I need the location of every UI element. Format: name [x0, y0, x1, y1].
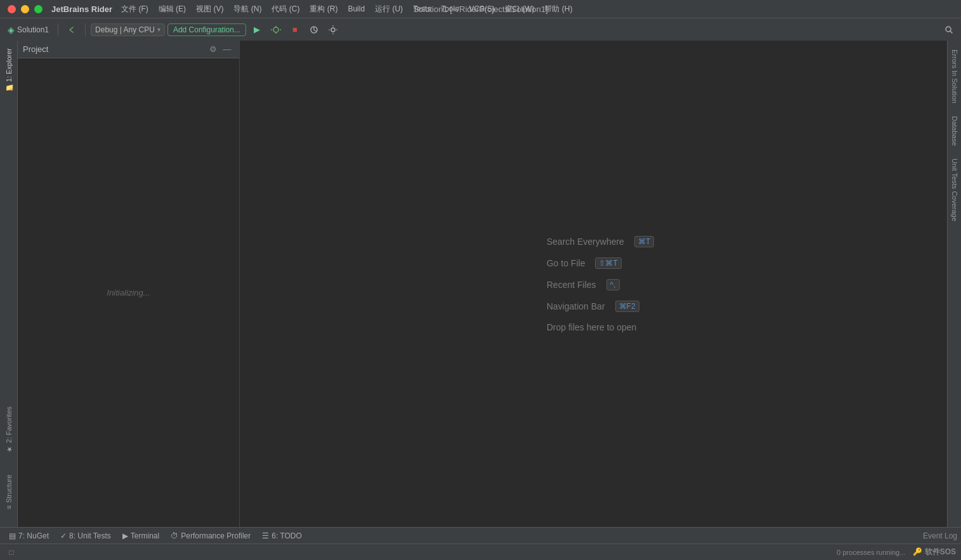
back-icon — [67, 25, 77, 35]
hint-goto-file: Go to File ⇧⌘T — [547, 257, 622, 269]
goto-file-label: Go to File — [547, 258, 585, 268]
navigation-bar-label: Navigation Bar — [547, 301, 605, 311]
star-icon: ★ — [4, 446, 13, 454]
project-settings-button[interactable]: ⚙ — [206, 42, 220, 56]
maximize-button[interactable] — [34, 5, 42, 13]
project-panel-header: Project ⚙ — — [18, 41, 239, 58]
debug-button[interactable] — [268, 22, 284, 38]
add-configuration-button[interactable]: Add Configuration... — [167, 23, 246, 36]
database-tab[interactable]: Database — [949, 110, 960, 152]
explorer-tab[interactable]: 📁 1: Explorer — [3, 41, 15, 103]
unit-tests-bottom-label: 8: Unit Tests — [69, 531, 111, 540]
performance-icon: ⏱ — [171, 531, 178, 540]
close-button[interactable] — [8, 5, 16, 13]
status-bar: □ 0 processes running... 🔑 软件SOS — [0, 544, 961, 560]
terminal-tab[interactable]: ▶ Terminal — [117, 530, 164, 542]
run-config-label: Debug | Any CPU — [95, 25, 155, 34]
errors-tab[interactable]: Errors In Solution — [949, 43, 960, 110]
menu-edit[interactable]: 编辑 (E) — [154, 3, 191, 16]
status-expand-button[interactable]: □ — [5, 546, 18, 559]
terminal-label: Terminal — [131, 531, 159, 540]
todo-tab[interactable]: ☰ 6: TODO — [257, 530, 307, 542]
unit-tests-bottom-tab[interactable]: ✓ 8: Unit Tests — [55, 530, 116, 542]
solution-selector[interactable]: ◈ Solution1 — [4, 23, 53, 36]
svg-point-2 — [331, 28, 335, 32]
solution-icon: ◈ — [8, 25, 15, 35]
left-strip: 📁 1: Explorer ★ 2: Favorites ≡ Structure — [0, 41, 18, 527]
settings-icon — [328, 25, 338, 35]
editor-hints: Search Everywhere ⌘T Go to File ⇧⌘T Rece… — [547, 236, 655, 332]
main-toolbar: ◈ Solution1 Debug | Any CPU ▾ Add Config… — [0, 18, 961, 41]
folder-icon: 📁 — [4, 84, 13, 93]
toolbar-separator — [58, 23, 58, 36]
goto-file-shortcut: ⇧⌘T — [595, 257, 621, 269]
hint-search-everywhere: Search Everywhere ⌘T — [547, 236, 655, 247]
explorer-tab-label: 1: Explorer — [5, 48, 13, 82]
menu-run[interactable]: 运行 (U) — [370, 3, 408, 16]
recent-files-shortcut: ^, — [606, 279, 620, 290]
nav-back-button[interactable] — [63, 22, 80, 38]
hint-navigation-bar: Navigation Bar ⌘F2 — [547, 301, 639, 312]
menu-view[interactable]: 视图 (V) — [191, 3, 228, 16]
nuget-icon: ▤ — [9, 531, 16, 540]
run-button[interactable]: ▶ — [249, 22, 265, 38]
app-brand: JetBrains Rider — [48, 4, 116, 14]
menu-code[interactable]: 代码 (C) — [266, 3, 304, 16]
project-panel-content: Initializing... — [18, 58, 239, 527]
main-area: 📁 1: Explorer ★ 2: Favorites ≡ Structure… — [0, 41, 961, 527]
bottom-tabs-bar: ▤ 7: NuGet ✓ 8: Unit Tests ▶ Terminal ⏱ … — [0, 527, 961, 544]
event-log-label[interactable]: Event Log — [923, 531, 957, 540]
debug-icon — [271, 25, 281, 35]
menu-refactor[interactable]: 重构 (R) — [304, 3, 343, 16]
processes-running-label: 0 processes running... — [837, 549, 905, 556]
profile-button[interactable] — [306, 22, 322, 38]
right-strip: Errors In Solution Database Unit Tests C… — [947, 41, 961, 527]
stop-button[interactable]: ■ — [287, 22, 303, 38]
profile-icon — [309, 25, 319, 35]
run-config-dropdown-icon: ▾ — [157, 26, 160, 33]
project-minimize-button[interactable]: — — [220, 42, 234, 56]
window-controls — [0, 5, 42, 13]
project-panel: Project ⚙ — Initializing... — [18, 41, 240, 527]
hint-drop-files: Drop files here to open — [547, 322, 637, 332]
performance-profiler-label: Performance Profiler — [181, 531, 251, 540]
navigation-bar-shortcut: ⌘F2 — [615, 301, 639, 312]
hint-recent-files: Recent Files ^, — [547, 279, 620, 290]
svg-point-0 — [273, 27, 278, 32]
search-icon — [944, 25, 954, 35]
nuget-tab[interactable]: ▤ 7: NuGet — [4, 530, 54, 542]
menu-file[interactable]: 文件 (F) — [116, 3, 154, 16]
performance-profiler-tab[interactable]: ⏱ Performance Profiler — [166, 530, 256, 542]
unit-tests-tab[interactable]: Unit Tests Coverage — [949, 152, 960, 228]
window-title: Solution1 [~/RiderProjects/Solution1] — [413, 4, 547, 14]
terminal-icon: ▶ — [122, 531, 128, 540]
brand-label: 🔑 软件SOS — [913, 547, 956, 557]
titlebar: JetBrains Rider 文件 (F) 编辑 (E) 视图 (V) 导航 … — [0, 0, 961, 18]
initializing-label: Initializing... — [107, 288, 150, 297]
recent-files-label: Recent Files — [547, 280, 596, 290]
structure-icon: ≡ — [5, 505, 13, 509]
solution-label: Solution1 — [17, 25, 49, 34]
search-everywhere-label: Search Everywhere — [547, 237, 624, 247]
toolbar-separator-2 — [85, 23, 86, 36]
run-configuration-selector[interactable]: Debug | Any CPU ▾ — [91, 23, 165, 36]
run-config-settings-button[interactable] — [325, 22, 341, 38]
search-everywhere-button[interactable] — [941, 22, 957, 38]
project-panel-title: Project — [23, 44, 206, 54]
drop-files-label: Drop files here to open — [547, 322, 637, 332]
menu-build[interactable]: Build — [343, 3, 370, 15]
minimize-button[interactable] — [21, 5, 29, 13]
structure-tab[interactable]: ≡ Structure — [3, 467, 15, 517]
menu-navigate[interactable]: 导航 (N) — [228, 3, 266, 16]
search-everywhere-shortcut: ⌘T — [634, 236, 654, 247]
favorites-tab-label: 2: Favorites — [5, 407, 13, 443]
unit-tests-icon: ✓ — [60, 531, 67, 540]
editor-area[interactable]: Search Everywhere ⌘T Go to File ⇧⌘T Rece… — [240, 41, 961, 527]
nuget-label: 7: NuGet — [18, 531, 49, 540]
todo-label: 6: TODO — [271, 531, 302, 540]
favorites-tab[interactable]: ★ 2: Favorites — [3, 399, 15, 461]
todo-icon: ☰ — [262, 531, 269, 540]
structure-tab-label: Structure — [5, 474, 13, 503]
